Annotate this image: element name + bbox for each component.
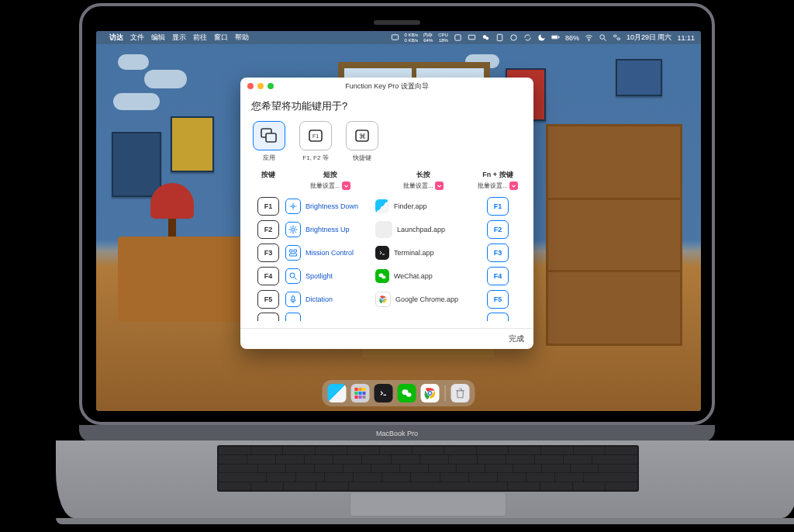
svg-rect-16 bbox=[266, 133, 276, 142]
spotlight-icon[interactable] bbox=[599, 33, 607, 42]
svg-line-12 bbox=[604, 39, 606, 41]
svg-text:F1: F1 bbox=[312, 133, 319, 139]
svg-point-11 bbox=[600, 35, 605, 40]
table-row-partial bbox=[251, 311, 523, 322]
fn-chip[interactable]: F2 bbox=[487, 220, 509, 239]
key-chip[interactable]: F1 bbox=[257, 197, 279, 216]
microphone-icon bbox=[285, 292, 301, 307]
titlebar[interactable]: Function Key Pro 设置向导 bbox=[240, 78, 533, 95]
short-press-cell[interactable]: Brightness Down bbox=[285, 199, 375, 214]
svg-point-26 bbox=[292, 228, 295, 231]
fn-chip[interactable]: F5 bbox=[487, 290, 509, 309]
camera-notch bbox=[374, 20, 420, 25]
trackpad bbox=[350, 492, 506, 516]
dock-wechat[interactable] bbox=[398, 384, 416, 402]
svg-rect-1 bbox=[455, 35, 461, 40]
model-label: MacBook Pro bbox=[79, 425, 715, 442]
brightness-down-icon bbox=[285, 199, 301, 214]
mission-control-icon bbox=[285, 245, 301, 261]
fn-chip[interactable]: F1 bbox=[487, 197, 509, 216]
col-short: 短按 bbox=[285, 170, 375, 180]
done-button[interactable]: 完成 bbox=[509, 333, 524, 344]
wallpaper-desk bbox=[118, 237, 242, 322]
svg-rect-14 bbox=[617, 38, 620, 40]
chrome-icon bbox=[375, 292, 391, 307]
svg-rect-13 bbox=[613, 35, 616, 36]
key-chip[interactable]: F4 bbox=[257, 267, 279, 285]
mode-shortcuts[interactable]: ⌘ 快捷键 bbox=[344, 121, 380, 162]
short-press-cell[interactable]: Dictation bbox=[285, 292, 375, 307]
svg-line-40 bbox=[295, 278, 297, 280]
screencast-icon[interactable] bbox=[391, 33, 399, 42]
cpu-stats[interactable]: CPU18% bbox=[438, 33, 448, 43]
menu-view[interactable]: 显示 bbox=[172, 33, 186, 43]
svg-line-33 bbox=[291, 232, 292, 233]
fn-chip[interactable]: F4 bbox=[487, 267, 509, 285]
shortcut-icon[interactable] bbox=[454, 33, 462, 42]
long-press-cell[interactable]: Terminal.app bbox=[375, 246, 471, 260]
svg-rect-0 bbox=[392, 35, 398, 40]
menu-window[interactable]: 窗口 bbox=[214, 33, 228, 43]
key-chip[interactable]: F5 bbox=[257, 290, 279, 309]
short-press-cell[interactable]: Spotlight bbox=[285, 268, 375, 284]
batch-short[interactable]: 批量设置... bbox=[285, 181, 375, 190]
wifi-icon[interactable] bbox=[585, 33, 593, 42]
batch-fn[interactable]: 批量设置... bbox=[471, 181, 524, 190]
table-row: F3 Mission Control Terminal.app F3 bbox=[251, 241, 523, 264]
window-title: Function Key Pro 设置向导 bbox=[240, 81, 533, 92]
key-table: 按键 短按 长按 Fn + 按键 批量设置... 批量设置... 批量设置...… bbox=[240, 170, 533, 328]
menu-edit[interactable]: 编辑 bbox=[151, 33, 165, 43]
mode-selector: 应用 F1 F1, F2 等 ⌘ 快捷键 bbox=[240, 121, 533, 170]
svg-line-31 bbox=[291, 227, 292, 228]
hammerspoon-icon[interactable] bbox=[495, 33, 504, 42]
menu-go[interactable]: 前往 bbox=[193, 33, 207, 43]
short-press-cell[interactable]: Brightness Up bbox=[285, 222, 375, 237]
display-icon[interactable] bbox=[468, 33, 476, 42]
brightness-up-icon bbox=[285, 222, 301, 237]
wechat-icon bbox=[375, 269, 389, 283]
svg-rect-2 bbox=[468, 35, 475, 40]
fn-chip[interactable]: F3 bbox=[487, 244, 509, 262]
menubar-date[interactable]: 10月29日 周六 bbox=[627, 33, 672, 43]
network-stats[interactable]: 0 KB/s0 KB/s bbox=[405, 33, 419, 43]
svg-point-42 bbox=[382, 276, 386, 279]
dock-launchpad[interactable] bbox=[351, 384, 370, 402]
svg-rect-5 bbox=[497, 34, 502, 40]
airdrop-icon[interactable] bbox=[509, 33, 518, 42]
search-icon bbox=[285, 268, 301, 284]
battery-icon[interactable] bbox=[551, 33, 560, 42]
svg-point-39 bbox=[290, 273, 295, 278]
mode-fkeys[interactable]: F1 F1, F2 等 bbox=[298, 121, 333, 162]
mode-apps[interactable]: 应用 bbox=[251, 121, 287, 162]
key-chip[interactable]: F3 bbox=[257, 244, 279, 262]
dock-chrome[interactable] bbox=[421, 384, 440, 402]
dock-finder[interactable] bbox=[328, 384, 347, 402]
control-center-icon[interactable] bbox=[613, 33, 621, 42]
table-row: F1 Brightness Down Finder.app F1 bbox=[251, 195, 523, 218]
chevron-down-icon bbox=[342, 181, 350, 190]
svg-point-10 bbox=[589, 40, 589, 41]
svg-rect-8 bbox=[558, 36, 559, 38]
batch-long[interactable]: 批量设置... bbox=[375, 181, 471, 190]
dock-terminal[interactable] bbox=[375, 384, 393, 402]
moon-icon[interactable] bbox=[537, 33, 546, 42]
menu-help[interactable]: 帮助 bbox=[235, 33, 249, 43]
dock-trash[interactable] bbox=[451, 384, 470, 402]
long-press-cell[interactable]: Finder.app bbox=[375, 199, 471, 213]
svg-rect-36 bbox=[294, 250, 297, 252]
refresh-icon[interactable] bbox=[523, 33, 532, 42]
wallpaper-bookshelf bbox=[546, 124, 682, 346]
long-press-cell[interactable]: Google Chrome.app bbox=[375, 292, 471, 307]
key-chip[interactable]: F2 bbox=[257, 220, 279, 239]
long-press-cell[interactable]: WeChat.app bbox=[375, 269, 471, 283]
short-press-cell[interactable]: Mission Control bbox=[285, 245, 375, 261]
menu-file[interactable]: 文件 bbox=[130, 33, 144, 43]
app-menu[interactable]: 访达 bbox=[109, 33, 123, 43]
memory-stats[interactable]: 内存64% bbox=[423, 33, 433, 43]
keyboard-deck bbox=[56, 440, 794, 518]
chevron-down-icon bbox=[509, 181, 518, 190]
menubar-time[interactable]: 11:11 bbox=[677, 34, 695, 42]
wechat-menubar-icon[interactable] bbox=[482, 33, 490, 42]
launchpad-icon bbox=[375, 221, 392, 238]
long-press-cell[interactable]: Launchpad.app bbox=[375, 221, 471, 238]
